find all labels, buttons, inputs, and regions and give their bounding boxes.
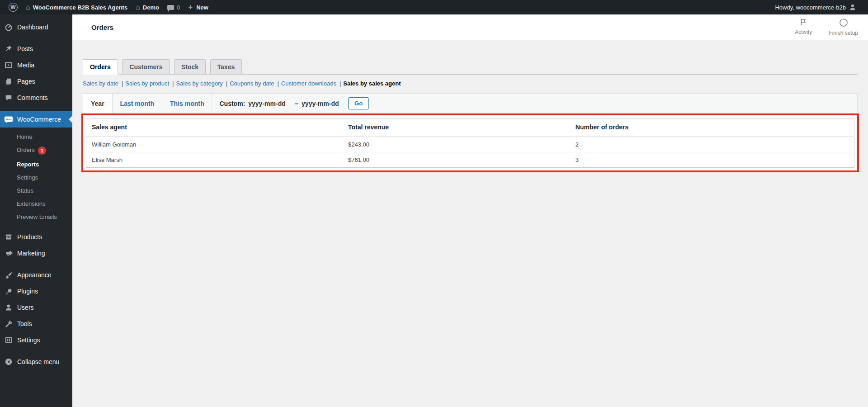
admin-bar: W ⌂ WooCommerce B2B Sales Agents ⌂ Demo … xyxy=(0,0,868,14)
woocommerce-submenu: Home Orders1 Reports Settings Status Ext… xyxy=(0,128,72,229)
woocommerce-header: Orders Activity Finish setup xyxy=(72,14,868,40)
progress-circle-icon xyxy=(839,18,848,28)
new-content-menu[interactable]: + New xyxy=(184,0,212,14)
sliders-icon xyxy=(4,336,13,345)
content-area: Orders Activity Finish setup Orders Cust… xyxy=(72,0,868,407)
range-year[interactable]: Year xyxy=(83,94,113,113)
wordpress-menu[interactable]: W xyxy=(5,0,22,14)
submenu-item-reports[interactable]: Reports xyxy=(0,158,72,171)
link-sales-by-sales-agent: Sales by sales agent xyxy=(343,80,401,87)
sidebar-label: Products xyxy=(17,233,42,241)
view-site-label: Demo xyxy=(143,4,159,11)
comment-icon xyxy=(4,93,13,102)
orders-count-cell: 2 xyxy=(570,137,854,152)
sidebar-item-media[interactable]: Media xyxy=(0,57,72,73)
agent-name-cell: William Goldman xyxy=(86,137,343,152)
orders-count-badge: 1 xyxy=(38,147,46,155)
plus-icon: + xyxy=(188,3,193,12)
reports-page: Orders Customers Stock Taxes Sales by da… xyxy=(72,40,868,172)
svg-text:Woo: Woo xyxy=(6,118,12,121)
sidebar-label: Pages xyxy=(17,78,35,85)
activity-button[interactable]: Activity xyxy=(791,18,816,36)
submenu-item-preview-emails[interactable]: Preview Emails xyxy=(0,210,72,223)
sidebar-label: Media xyxy=(17,62,34,69)
sidebar-label: Comments xyxy=(17,94,48,101)
sidebar-label: Tools xyxy=(17,320,32,327)
tab-customers[interactable]: Customers xyxy=(122,59,170,75)
agent-name-cell: Elise Marsh xyxy=(86,152,343,168)
highlight-rectangle: Sales agent Total revenue Number of orde… xyxy=(81,114,859,172)
account-menu[interactable]: Howdy, woocommerce-b2b xyxy=(771,0,861,14)
date-from-input[interactable] xyxy=(248,100,292,107)
column-header-sales-agent: Sales agent xyxy=(86,118,343,137)
link-sales-by-category[interactable]: Sales by category xyxy=(176,80,222,87)
sidebar-item-users[interactable]: Users xyxy=(0,299,72,316)
pushpin-icon xyxy=(4,44,13,53)
submenu-item-settings[interactable]: Settings xyxy=(0,171,72,184)
submenu-item-orders[interactable]: Orders1 xyxy=(0,143,72,158)
user-icon xyxy=(4,303,13,312)
date-range-bar: Year Last month This month Custom: – Go xyxy=(83,93,858,114)
wordpress-logo-icon: W xyxy=(9,3,18,12)
media-icon xyxy=(4,61,13,70)
network-sites-icon: ⌂ xyxy=(26,4,30,11)
sidebar-item-marketing[interactable]: Marketing xyxy=(0,245,72,261)
brush-icon xyxy=(4,270,13,279)
tab-stock[interactable]: Stock xyxy=(174,59,206,75)
my-sites-menu[interactable]: ⌂ WooCommerce B2B Sales Agents xyxy=(22,0,132,14)
link-separator: | xyxy=(172,80,174,87)
sidebar-item-plugins[interactable]: Plugins xyxy=(0,283,72,299)
howdy-text: Howdy, woocommerce-b2b xyxy=(775,4,846,11)
table-row: Elise Marsh $761.00 3 xyxy=(86,152,854,168)
sidebar-item-woocommerce[interactable]: Woo WooCommerce xyxy=(0,111,72,128)
sidebar-item-settings[interactable]: Settings xyxy=(0,332,72,348)
custom-range-label: Custom: xyxy=(219,100,245,107)
sidebar-item-dashboard[interactable]: Dashboard xyxy=(0,19,72,35)
sidebar-item-pages[interactable]: Pages xyxy=(0,73,72,90)
report-panel: Year Last month This month Custom: – Go … xyxy=(83,93,858,172)
link-coupons-by-date[interactable]: Coupons by date xyxy=(230,80,274,87)
sidebar-item-tools[interactable]: Tools xyxy=(0,316,72,332)
box-icon xyxy=(4,232,13,241)
link-customer-downloads[interactable]: Customer downloads xyxy=(281,80,336,87)
range-this-month[interactable]: This month xyxy=(162,94,212,113)
finish-setup-button[interactable]: Finish setup xyxy=(829,18,858,36)
sidebar-label: WooCommerce xyxy=(17,116,61,123)
submenu-item-extensions[interactable]: Extensions xyxy=(0,197,72,210)
site-name: WooCommerce B2B Sales Agents xyxy=(33,4,128,11)
page-title: Orders xyxy=(91,24,113,31)
new-label: New xyxy=(196,4,208,11)
revenue-cell: $761.00 xyxy=(343,152,570,168)
tab-taxes[interactable]: Taxes xyxy=(210,59,242,75)
date-to-input[interactable] xyxy=(302,100,345,107)
menu-separator xyxy=(0,35,72,41)
submenu-item-home[interactable]: Home xyxy=(0,130,72,143)
flag-icon xyxy=(799,18,807,28)
comments-shortcut[interactable]: 0 xyxy=(163,0,184,14)
sidebar-item-products[interactable]: Products xyxy=(0,229,72,245)
sidebar-label: Marketing xyxy=(17,250,45,257)
comment-count: 0 xyxy=(177,4,180,11)
go-button[interactable]: Go xyxy=(348,97,369,109)
megaphone-icon xyxy=(4,249,13,258)
plug-icon xyxy=(4,287,13,296)
gauge-icon xyxy=(4,23,13,32)
tab-orders[interactable]: Orders xyxy=(83,59,118,75)
sidebar-label: Plugins xyxy=(17,288,38,295)
menu-separator xyxy=(0,106,72,111)
link-separator: | xyxy=(340,80,341,87)
pages-icon xyxy=(4,77,13,86)
sidebar-label: Collapse menu xyxy=(17,358,59,365)
menu-separator xyxy=(0,348,72,354)
sidebar-item-collapse-menu[interactable]: Collapse menu xyxy=(0,354,72,370)
sidebar-item-appearance[interactable]: Appearance xyxy=(0,267,72,283)
sidebar-item-posts[interactable]: Posts xyxy=(0,41,72,57)
link-sales-by-date[interactable]: Sales by date xyxy=(83,80,118,87)
home-icon: ⌂ xyxy=(136,4,140,11)
link-sales-by-product[interactable]: Sales by product xyxy=(125,80,169,87)
view-site-link[interactable]: ⌂ Demo xyxy=(132,0,163,14)
submenu-item-status[interactable]: Status xyxy=(0,184,72,197)
link-separator: | xyxy=(226,80,227,87)
sidebar-item-comments[interactable]: Comments xyxy=(0,90,72,106)
range-last-month[interactable]: Last month xyxy=(113,94,162,113)
